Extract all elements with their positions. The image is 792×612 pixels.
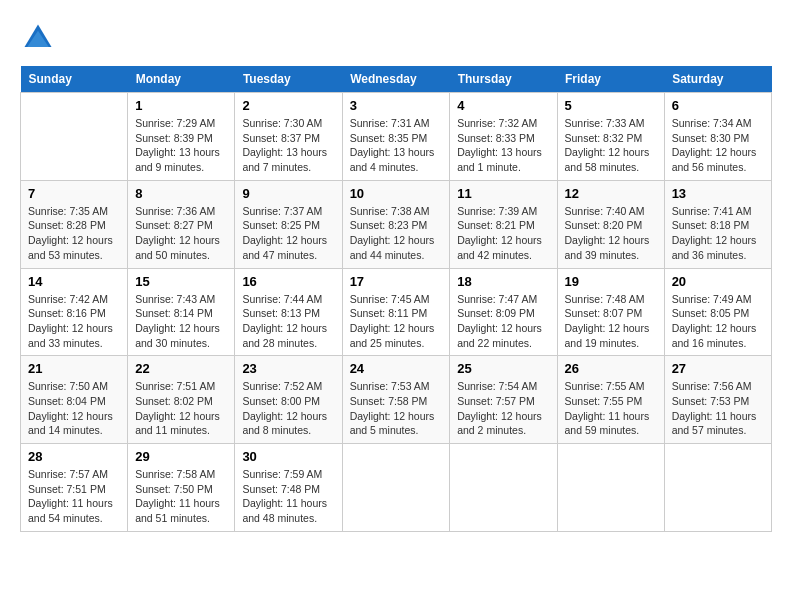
day-info: Sunrise: 7:38 AMSunset: 8:23 PMDaylight:… (350, 204, 443, 263)
calendar-cell: 1Sunrise: 7:29 AMSunset: 8:39 PMDaylight… (128, 93, 235, 181)
week-row-2: 7Sunrise: 7:35 AMSunset: 8:28 PMDaylight… (21, 180, 772, 268)
day-info: Sunrise: 7:37 AMSunset: 8:25 PMDaylight:… (242, 204, 334, 263)
day-number: 30 (242, 449, 334, 464)
day-info: Sunrise: 7:30 AMSunset: 8:37 PMDaylight:… (242, 116, 334, 175)
day-number: 25 (457, 361, 549, 376)
day-info: Sunrise: 7:40 AMSunset: 8:20 PMDaylight:… (565, 204, 657, 263)
logo-icon (20, 20, 56, 56)
page-header (20, 20, 772, 56)
day-number: 12 (565, 186, 657, 201)
calendar-cell: 13Sunrise: 7:41 AMSunset: 8:18 PMDayligh… (664, 180, 771, 268)
week-row-5: 28Sunrise: 7:57 AMSunset: 7:51 PMDayligh… (21, 444, 772, 532)
day-number: 29 (135, 449, 227, 464)
day-number: 23 (242, 361, 334, 376)
calendar-cell (342, 444, 450, 532)
calendar-cell: 26Sunrise: 7:55 AMSunset: 7:55 PMDayligh… (557, 356, 664, 444)
day-number: 16 (242, 274, 334, 289)
calendar-cell: 3Sunrise: 7:31 AMSunset: 8:35 PMDaylight… (342, 93, 450, 181)
day-info: Sunrise: 7:47 AMSunset: 8:09 PMDaylight:… (457, 292, 549, 351)
calendar-cell (557, 444, 664, 532)
col-header-wednesday: Wednesday (342, 66, 450, 93)
calendar-cell: 20Sunrise: 7:49 AMSunset: 8:05 PMDayligh… (664, 268, 771, 356)
calendar-cell: 18Sunrise: 7:47 AMSunset: 8:09 PMDayligh… (450, 268, 557, 356)
calendar-cell: 21Sunrise: 7:50 AMSunset: 8:04 PMDayligh… (21, 356, 128, 444)
calendar-cell: 15Sunrise: 7:43 AMSunset: 8:14 PMDayligh… (128, 268, 235, 356)
day-info: Sunrise: 7:35 AMSunset: 8:28 PMDaylight:… (28, 204, 120, 263)
day-number: 6 (672, 98, 764, 113)
day-number: 9 (242, 186, 334, 201)
day-info: Sunrise: 7:48 AMSunset: 8:07 PMDaylight:… (565, 292, 657, 351)
day-number: 3 (350, 98, 443, 113)
calendar-header: SundayMondayTuesdayWednesdayThursdayFrid… (21, 66, 772, 93)
calendar-cell: 24Sunrise: 7:53 AMSunset: 7:58 PMDayligh… (342, 356, 450, 444)
col-header-tuesday: Tuesday (235, 66, 342, 93)
day-number: 1 (135, 98, 227, 113)
day-number: 17 (350, 274, 443, 289)
col-header-monday: Monday (128, 66, 235, 93)
day-info: Sunrise: 7:45 AMSunset: 8:11 PMDaylight:… (350, 292, 443, 351)
calendar-cell: 14Sunrise: 7:42 AMSunset: 8:16 PMDayligh… (21, 268, 128, 356)
day-number: 10 (350, 186, 443, 201)
day-number: 13 (672, 186, 764, 201)
day-number: 7 (28, 186, 120, 201)
calendar-cell: 23Sunrise: 7:52 AMSunset: 8:00 PMDayligh… (235, 356, 342, 444)
day-number: 26 (565, 361, 657, 376)
col-header-friday: Friday (557, 66, 664, 93)
week-row-4: 21Sunrise: 7:50 AMSunset: 8:04 PMDayligh… (21, 356, 772, 444)
day-number: 20 (672, 274, 764, 289)
calendar-cell (21, 93, 128, 181)
calendar-cell: 4Sunrise: 7:32 AMSunset: 8:33 PMDaylight… (450, 93, 557, 181)
day-number: 28 (28, 449, 120, 464)
calendar-cell: 29Sunrise: 7:58 AMSunset: 7:50 PMDayligh… (128, 444, 235, 532)
day-info: Sunrise: 7:34 AMSunset: 8:30 PMDaylight:… (672, 116, 764, 175)
day-info: Sunrise: 7:42 AMSunset: 8:16 PMDaylight:… (28, 292, 120, 351)
calendar-cell: 25Sunrise: 7:54 AMSunset: 7:57 PMDayligh… (450, 356, 557, 444)
day-info: Sunrise: 7:43 AMSunset: 8:14 PMDaylight:… (135, 292, 227, 351)
col-header-thursday: Thursday (450, 66, 557, 93)
day-info: Sunrise: 7:50 AMSunset: 8:04 PMDaylight:… (28, 379, 120, 438)
day-number: 8 (135, 186, 227, 201)
day-number: 14 (28, 274, 120, 289)
day-info: Sunrise: 7:56 AMSunset: 7:53 PMDaylight:… (672, 379, 764, 438)
day-number: 18 (457, 274, 549, 289)
col-header-saturday: Saturday (664, 66, 771, 93)
calendar-cell: 7Sunrise: 7:35 AMSunset: 8:28 PMDaylight… (21, 180, 128, 268)
logo (20, 20, 62, 56)
calendar-cell: 19Sunrise: 7:48 AMSunset: 8:07 PMDayligh… (557, 268, 664, 356)
week-row-1: 1Sunrise: 7:29 AMSunset: 8:39 PMDaylight… (21, 93, 772, 181)
calendar-cell: 9Sunrise: 7:37 AMSunset: 8:25 PMDaylight… (235, 180, 342, 268)
calendar-cell: 6Sunrise: 7:34 AMSunset: 8:30 PMDaylight… (664, 93, 771, 181)
day-info: Sunrise: 7:39 AMSunset: 8:21 PMDaylight:… (457, 204, 549, 263)
calendar-cell: 11Sunrise: 7:39 AMSunset: 8:21 PMDayligh… (450, 180, 557, 268)
day-number: 21 (28, 361, 120, 376)
calendar-cell: 16Sunrise: 7:44 AMSunset: 8:13 PMDayligh… (235, 268, 342, 356)
day-number: 5 (565, 98, 657, 113)
day-info: Sunrise: 7:57 AMSunset: 7:51 PMDaylight:… (28, 467, 120, 526)
calendar-cell (664, 444, 771, 532)
day-number: 24 (350, 361, 443, 376)
calendar-table: SundayMondayTuesdayWednesdayThursdayFrid… (20, 66, 772, 532)
calendar-cell: 22Sunrise: 7:51 AMSunset: 8:02 PMDayligh… (128, 356, 235, 444)
day-number: 19 (565, 274, 657, 289)
day-info: Sunrise: 7:44 AMSunset: 8:13 PMDaylight:… (242, 292, 334, 351)
calendar-cell: 10Sunrise: 7:38 AMSunset: 8:23 PMDayligh… (342, 180, 450, 268)
day-info: Sunrise: 7:33 AMSunset: 8:32 PMDaylight:… (565, 116, 657, 175)
calendar-cell: 5Sunrise: 7:33 AMSunset: 8:32 PMDaylight… (557, 93, 664, 181)
calendar-cell: 27Sunrise: 7:56 AMSunset: 7:53 PMDayligh… (664, 356, 771, 444)
col-header-sunday: Sunday (21, 66, 128, 93)
day-info: Sunrise: 7:31 AMSunset: 8:35 PMDaylight:… (350, 116, 443, 175)
day-info: Sunrise: 7:29 AMSunset: 8:39 PMDaylight:… (135, 116, 227, 175)
day-info: Sunrise: 7:36 AMSunset: 8:27 PMDaylight:… (135, 204, 227, 263)
day-info: Sunrise: 7:51 AMSunset: 8:02 PMDaylight:… (135, 379, 227, 438)
day-number: 27 (672, 361, 764, 376)
day-info: Sunrise: 7:54 AMSunset: 7:57 PMDaylight:… (457, 379, 549, 438)
day-info: Sunrise: 7:32 AMSunset: 8:33 PMDaylight:… (457, 116, 549, 175)
calendar-cell: 2Sunrise: 7:30 AMSunset: 8:37 PMDaylight… (235, 93, 342, 181)
day-number: 11 (457, 186, 549, 201)
day-info: Sunrise: 7:55 AMSunset: 7:55 PMDaylight:… (565, 379, 657, 438)
calendar-cell: 17Sunrise: 7:45 AMSunset: 8:11 PMDayligh… (342, 268, 450, 356)
day-info: Sunrise: 7:58 AMSunset: 7:50 PMDaylight:… (135, 467, 227, 526)
calendar-cell (450, 444, 557, 532)
day-number: 22 (135, 361, 227, 376)
calendar-cell: 30Sunrise: 7:59 AMSunset: 7:48 PMDayligh… (235, 444, 342, 532)
